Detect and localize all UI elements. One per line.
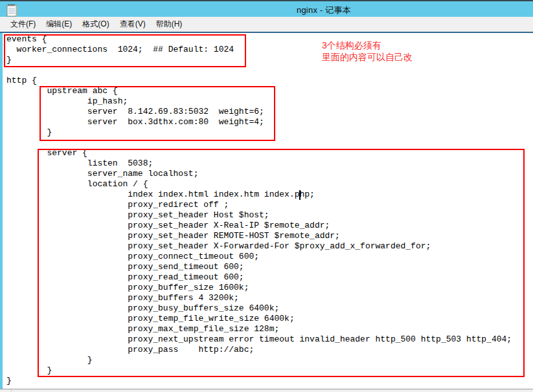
edit-area[interactable]: events { worker_connections 1024; ## Def… xyxy=(0,33,533,392)
notepad-icon xyxy=(6,4,18,17)
highlight-box-upstream-block xyxy=(40,86,275,141)
scrollbar-notch xyxy=(11,389,12,392)
window-title: nginx - 记事本 xyxy=(297,5,351,16)
menu-item-help[interactable]: 帮助(H) xyxy=(151,17,188,32)
annotation-note-2: 里面的内容可以自己改 xyxy=(322,51,413,63)
notepad-window: nginx - 记事本 文件(F) 编辑(E) 格式(O) 查看(V) 帮助(H… xyxy=(0,0,533,392)
menu-item-file[interactable]: 文件(F) xyxy=(5,17,41,32)
title-bar[interactable]: nginx - 记事本 xyxy=(0,0,533,17)
highlight-box-events-block xyxy=(4,34,246,67)
highlight-box-server-block xyxy=(38,149,525,377)
menu-item-edit[interactable]: 编辑(E) xyxy=(41,17,77,32)
menu-bar: 文件(F) 编辑(E) 格式(O) 查看(V) 帮助(H) xyxy=(0,17,533,33)
window-left-border xyxy=(0,33,3,392)
annotation-note-1: 3个结构必须有 xyxy=(322,39,381,51)
menu-item-format[interactable]: 格式(O) xyxy=(77,17,114,32)
horizontal-scrollbar[interactable] xyxy=(0,389,533,392)
menu-item-view[interactable]: 查看(V) xyxy=(115,17,151,32)
